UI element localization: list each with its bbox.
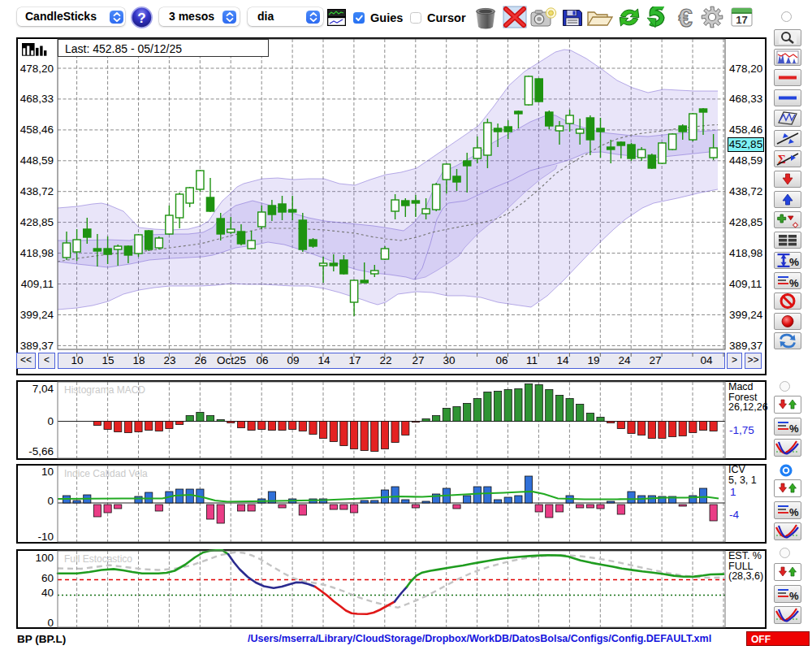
svg-text:%: % <box>789 590 799 602</box>
svg-text:%: % <box>789 277 799 289</box>
svg-text:%: % <box>789 422 799 435</box>
svg-text:%: % <box>789 506 799 518</box>
svg-text:%: % <box>789 256 799 268</box>
